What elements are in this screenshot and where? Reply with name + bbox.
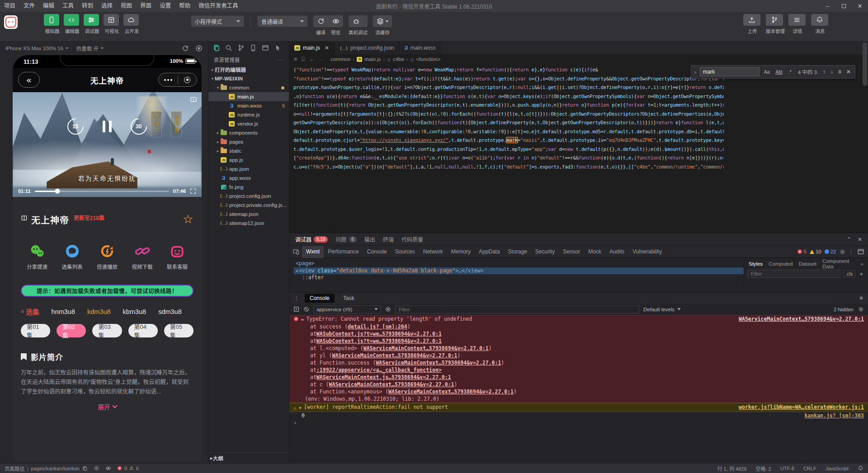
wxml-node[interactable]: ▸<view class="detailBox data-v-0d50a2a8 … — [294, 267, 744, 275]
previous-match-button[interactable]: ↑ — [822, 69, 826, 75]
console-filter-input[interactable] — [395, 305, 639, 314]
toolbar-cloud-button[interactable]: 云开发 — [123, 14, 140, 34]
editor-scrollbar[interactable] — [863, 42, 867, 86]
stack-link[interactable]: WAServiceMainContext…57938694&v=2.27.0:1 — [363, 345, 489, 352]
wxml-node[interactable]: ::after — [294, 274, 744, 281]
tree-item-app.js[interactable]: JSapp.js — [208, 155, 289, 164]
console-tab-Console[interactable]: Console — [305, 294, 335, 303]
source-link[interactable]: worker.js?libName=WA…celerateWorker.js:1 — [730, 403, 864, 411]
line-tab-kbm3u8[interactable]: kbm3u8 — [123, 308, 146, 315]
close-tab-icon[interactable]: ✕ — [325, 45, 329, 51]
new-style-rule-button[interactable]: + — [858, 271, 864, 277]
stack-link[interactable]: detail.js? [sm]:204 — [348, 323, 407, 330]
action-bubble-button[interactable]: 选集列表 — [58, 244, 87, 270]
tree-item-components[interactable]: ▸components — [208, 128, 289, 137]
copy-icon[interactable] — [82, 466, 88, 471]
console-log-row[interactable]: 0kankan.js? [sm]:303 — [289, 412, 868, 419]
menu-项目[interactable]: 项目 — [0, 0, 19, 12]
clear-console-button[interactable] — [303, 306, 309, 312]
list-icon[interactable]: ≡ — [294, 56, 297, 62]
action-chain-button[interactable]: 视频下载 — [128, 244, 157, 270]
rewind-15-button[interactable]: 15 — [64, 115, 87, 138]
status-item[interactable]: 空格: 2 — [756, 465, 771, 472]
tree-item-static[interactable]: ▸static — [208, 146, 289, 155]
styles-tab-Component Data[interactable]: Component Data — [822, 258, 855, 269]
search-icon[interactable] — [225, 44, 232, 52]
tree-item-main.wxss[interactable]: Ǝmain.wxss6 — [208, 101, 289, 110]
top-frame-icon[interactable] — [293, 306, 299, 312]
devtools-tab-Security[interactable]: Security — [531, 246, 559, 258]
back-arrow-icon[interactable]: ← — [309, 56, 315, 62]
action-speed-button[interactable]: 倍速播放 — [93, 244, 122, 270]
toolbar-layers-button[interactable] — [373, 15, 392, 27]
styles-tab-Dataset[interactable]: Dataset — [798, 261, 816, 267]
collapse-panel-icon[interactable]: ⌃ — [847, 236, 851, 243]
tree-item-sitemap.json[interactable]: {..}sitemap.json — [208, 210, 289, 219]
console-error-row[interactable]: ▶TypeError: Cannot read property 'length… — [289, 315, 868, 323]
menu-帮助[interactable]: 帮助 — [175, 0, 194, 12]
window-icon[interactable] — [262, 44, 269, 52]
files-icon[interactable] — [213, 44, 220, 52]
close-mini-program-button[interactable] — [178, 77, 197, 83]
minimize-button[interactable]: – — [819, 0, 835, 12]
kebab-menu-icon[interactable]: ⋮ — [294, 295, 300, 301]
toolbar-refresh-button[interactable] — [313, 15, 328, 27]
status-item[interactable]: JavaScript — [826, 466, 849, 471]
menu-文件[interactable]: 文件 — [19, 0, 39, 12]
devtools-tab-Audits[interactable]: Audits — [605, 246, 628, 258]
source-link[interactable]: kankan.js? [sm]:303 — [795, 412, 864, 419]
debugger-tab-代码质量[interactable]: 代码质量 — [401, 235, 423, 243]
expand-arrow-icon[interactable]: ▶ — [302, 316, 304, 323]
menu-工具[interactable]: 工具 — [58, 0, 78, 12]
video-player[interactable]: 李冰剑 吕揖摇 15 30 若为天命无惧纷扰 01:11 07:46 — [13, 92, 202, 197]
toolbar-grid-button[interactable]: 可视化 — [104, 14, 120, 34]
episode-button-第05集[interactable]: 第05集 — [164, 324, 193, 337]
devtools-tab-Mock[interactable]: Mock — [584, 246, 605, 258]
devtools-tab-Console[interactable]: Console — [363, 246, 391, 258]
wxml-inspector[interactable]: <page>▸<view class="detailBox data-v-0d5… — [289, 258, 744, 292]
episode-button-第03集[interactable]: 第03集 — [92, 324, 122, 337]
toolbar-code-button[interactable]: 编辑器 — [64, 14, 80, 34]
info-count[interactable]: 22 — [825, 249, 836, 254]
console-tab-Task[interactable]: Task — [338, 294, 359, 303]
debugger-tab-终端[interactable]: 终端 — [383, 235, 394, 243]
branch-icon[interactable] — [237, 44, 245, 52]
context-select[interactable]: appservice (#9) — [313, 305, 381, 314]
menu-界面[interactable]: 界面 — [136, 0, 156, 12]
toolbar-branch-button[interactable]: 版本管理 — [766, 14, 784, 34]
restart-simulator-button[interactable] — [182, 45, 189, 52]
stack-link[interactable]: WAServiceMainContext…57938694&v=2.27.0:1 — [329, 381, 454, 388]
more-button[interactable] — [159, 79, 178, 81]
kebab-menu-icon[interactable]: ⋮ — [849, 248, 854, 255]
tree-item-pages[interactable]: ▸pages — [208, 137, 289, 146]
page-path[interactable]: 页面路径| pages/kankan/kankan — [5, 465, 88, 472]
status-item[interactable]: UTF-8 — [780, 466, 794, 471]
dock-side-icon[interactable] — [857, 248, 864, 255]
mode-select[interactable]: 小程序模式 — [191, 15, 244, 27]
notifications-bell-icon[interactable] — [858, 465, 863, 471]
debugger-tab-问题[interactable]: 问题6 — [335, 235, 357, 243]
eye-icon[interactable] — [385, 306, 391, 312]
device-select[interactable]: iPhone XS Max 100% 16 — [5, 46, 68, 51]
toolbar-phone-button[interactable]: 模拟器 — [44, 14, 61, 34]
tree-item-project.config.json[interactable]: {..}project.config.json — [208, 192, 289, 201]
bookmark-icon[interactable]: ⌻ — [302, 56, 305, 62]
more-tabs-icon[interactable]: » — [861, 261, 863, 267]
breadcrumb-item[interactable]: c4be — [393, 56, 404, 62]
toolbar-upload-button[interactable]: 上传 — [743, 14, 761, 34]
status-item[interactable]: 行 1, 列 4829 — [717, 465, 747, 472]
breadcrumb-item[interactable]: common — [330, 56, 350, 62]
tree-item-app.wxss[interactable]: Ǝapp.wxss — [208, 173, 289, 183]
styles-filter-input[interactable] — [748, 270, 840, 278]
console-prompt[interactable]: › — [289, 419, 868, 426]
forward-arrow-icon[interactable]: → — [319, 56, 325, 62]
tree-item-sitemap12.json[interactable]: {..}sitemap12.json — [208, 219, 289, 228]
seek-handle[interactable] — [55, 189, 60, 194]
menu-设置[interactable]: 设置 — [156, 0, 175, 12]
menu-视图[interactable]: 视图 — [117, 0, 136, 12]
hot-reload-toggle[interactable]: 热重载 开 — [76, 45, 104, 52]
devtools-tab-Performance[interactable]: Performance — [324, 246, 363, 258]
toggle-class-button[interactable]: .cls — [843, 270, 856, 277]
console-output[interactable]: ▶TypeError: Cannot read property 'length… — [289, 315, 868, 463]
find-in-selection-button[interactable]: ≡ — [837, 69, 842, 75]
